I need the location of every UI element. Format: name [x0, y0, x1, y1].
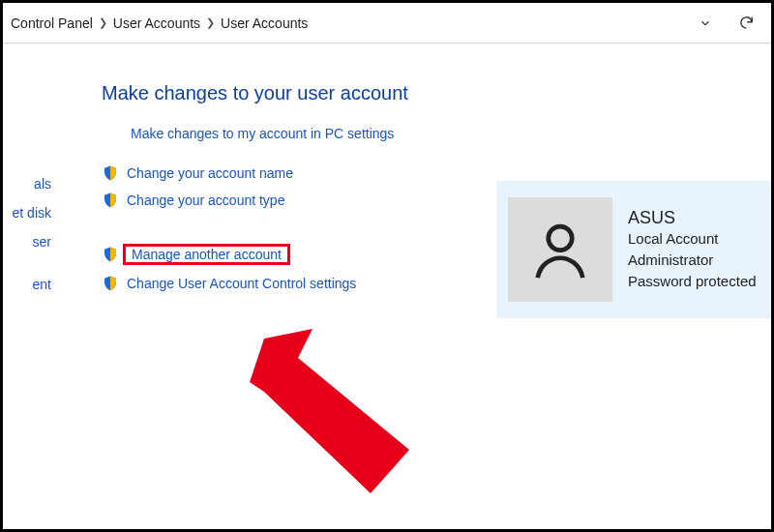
sidebar-fragment: als et disk ser ent — [3, 169, 55, 299]
link-label: Manage another account — [123, 244, 290, 265]
chevron-down-icon — [699, 16, 712, 30]
chevron-right-icon[interactable]: ❯ — [206, 16, 215, 29]
sidebar-item[interactable]: als — [3, 169, 55, 198]
sidebar-item[interactable]: et disk — [3, 198, 55, 227]
link-label: Make changes to my account in PC setting… — [131, 126, 394, 141]
breadcrumb: Control Panel ❯ User Accounts ❯ User Acc… — [11, 15, 694, 31]
content-area: als et disk ser ent Make changes to your… — [3, 44, 771, 292]
link-pc-settings[interactable]: Make changes to my account in PC setting… — [131, 126, 771, 141]
svg-marker-1 — [250, 329, 409, 493]
link-label: Change your account name — [127, 165, 293, 181]
link-label: Change User Account Control settings — [127, 276, 356, 291]
recent-locations-button[interactable] — [694, 12, 717, 35]
avatar — [508, 197, 612, 302]
shield-icon — [102, 275, 119, 292]
shield-icon — [102, 246, 119, 263]
user-icon — [526, 216, 594, 283]
account-password-status: Password protected — [628, 271, 757, 292]
breadcrumb-item[interactable]: User Accounts — [221, 15, 308, 31]
link-label: Change your account type — [127, 192, 284, 208]
shield-icon — [102, 164, 119, 182]
account-name: ASUS — [628, 207, 757, 228]
chevron-right-icon[interactable]: ❯ — [99, 16, 107, 29]
account-card: ASUS Local Account Administrator Passwor… — [496, 181, 774, 318]
annotation-arrow — [245, 324, 438, 498]
link-change-name[interactable]: Change your account name — [102, 164, 771, 182]
svg-point-0 — [549, 226, 573, 251]
refresh-icon — [738, 15, 755, 31]
sidebar-item[interactable]: ser — [3, 227, 55, 256]
breadcrumb-item[interactable]: User Accounts — [113, 15, 200, 31]
refresh-button[interactable] — [734, 12, 758, 35]
address-toolbar: Control Panel ❯ User Accounts ❯ User Acc… — [3, 3, 771, 44]
breadcrumb-item[interactable]: Control Panel — [11, 15, 93, 31]
account-type: Local Account — [628, 228, 757, 250]
page-title: Make changes to your user account — [102, 82, 771, 104]
account-role: Administrator — [628, 250, 757, 271]
sidebar-item[interactable]: ent — [3, 270, 55, 299]
shield-icon — [102, 192, 119, 209]
